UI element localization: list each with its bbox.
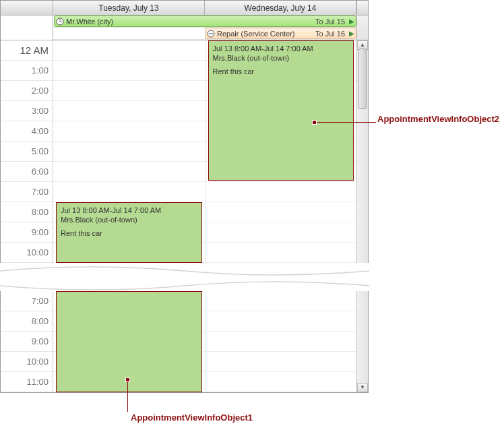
time-label: 3:00	[1, 101, 53, 121]
time-label: 11:00	[1, 372, 53, 392]
time-label: 10:00	[1, 243, 53, 263]
time-gutter-header	[1, 1, 53, 15]
timeslot-body-bottom: 7:00 8:00 9:00 10:00 11:00	[1, 291, 368, 392]
vertical-scrollbar[interactable]: ▲	[356, 40, 368, 263]
callout-dot-2	[312, 120, 317, 125]
clock-strike-icon	[207, 30, 215, 38]
timeslot-body-top: 12 AM 1:00 2:00 3:00 4:00 5:00 6:00 7:00…	[1, 40, 368, 263]
appointment-title: Mrs.Black (out-of-town)	[61, 215, 197, 224]
callout-line-1	[127, 382, 128, 412]
time-ruler: 7:00 8:00 9:00 10:00 11:00	[1, 291, 53, 392]
day-header-row: Tuesday, July 13 Wednesday, July 14	[1, 1, 368, 16]
appointment-time: Jul 13 8:00 AM-Jul 14 7:00 AM	[61, 206, 197, 215]
vertical-scrollbar[interactable]: ▼	[356, 291, 368, 392]
allday-gutter	[1, 16, 53, 40]
time-label: 12 AM	[1, 40, 53, 61]
allday-end-label: To Jul 15	[313, 16, 347, 27]
content-break	[0, 263, 369, 287]
time-label: 9:00	[1, 332, 53, 352]
appointment-body: Rent this car	[213, 67, 350, 76]
callout-line-2	[317, 122, 376, 123]
time-label: 10:00	[1, 352, 53, 372]
allday-area: Mr.White (city) To Jul 15 ▶ Repair (Serv…	[1, 16, 368, 40]
time-label: 8:00	[1, 311, 53, 332]
appointment-block-2[interactable]: Jul 13 8:00 AM-Jul 14 7:00 AM Mrs.Black …	[208, 40, 354, 181]
day-col-1[interactable]: Jul 13 8:00 AM-Jul 14 7:00 AM Mrs.Black …	[53, 40, 206, 263]
time-label: 2:00	[1, 81, 53, 101]
day-columns[interactable]	[53, 291, 356, 392]
time-label: 7:00	[1, 182, 53, 202]
day-col-2[interactable]	[206, 291, 357, 392]
callout-dot-1	[125, 377, 130, 382]
allday-label: Mr.White (city)	[66, 16, 113, 27]
time-label: 4:00	[1, 121, 53, 142]
time-ruler: 12 AM 1:00 2:00 3:00 4:00 5:00 6:00 7:00…	[1, 40, 53, 263]
arrow-right-icon: ▶	[349, 16, 354, 27]
day-columns[interactable]: Jul 13 8:00 AM-Jul 14 7:00 AM Mrs.Black …	[53, 40, 356, 263]
scheduler-bottom: 7:00 8:00 9:00 10:00 11:00	[0, 291, 369, 393]
clock-icon	[56, 18, 64, 26]
scroll-gutter-header	[356, 1, 368, 15]
allday-appointment-repair[interactable]: Repair (Service Center) To Jul 16 ▶	[205, 28, 356, 39]
time-label: 7:00	[1, 291, 53, 311]
appointment-title: Mrs.Black (out-of-town)	[213, 53, 350, 63]
time-label: 9:00	[1, 222, 53, 243]
time-label: 1:00	[1, 61, 53, 81]
allday-end-label: To Jul 16	[313, 28, 347, 39]
time-label: 8:00	[1, 202, 53, 222]
allday-grid[interactable]: Mr.White (city) To Jul 15 ▶ Repair (Serv…	[53, 16, 356, 40]
scroll-down-button[interactable]: ▼	[357, 383, 368, 392]
allday-scroll-gutter	[356, 16, 368, 40]
allday-cell	[53, 28, 206, 39]
scroll-thumb[interactable]	[358, 49, 367, 109]
appointment-time: Jul 13 8:00 AM-Jul 14 7:00 AM	[213, 44, 350, 53]
callout-label-1: AppointmentViewInfoObject1	[131, 412, 253, 423]
appointment-block-1[interactable]: Jul 13 8:00 AM-Jul 14 7:00 AM Mrs.Black …	[56, 202, 202, 263]
time-label: 6:00	[1, 162, 53, 182]
allday-appointment-mrwhite[interactable]: Mr.White (city) To Jul 15 ▶	[54, 16, 356, 27]
scheduler-top: Tuesday, July 13 Wednesday, July 14 Mr	[0, 0, 369, 264]
arrow-right-icon: ▶	[349, 28, 354, 39]
day-header-1[interactable]: Tuesday, July 13	[53, 1, 205, 15]
day-col-2[interactable]: Jul 13 8:00 AM-Jul 14 7:00 AM Mrs.Black …	[206, 40, 357, 263]
allday-label: Repair (Service Center)	[217, 28, 295, 39]
day-header-2[interactable]: Wednesday, July 14	[205, 1, 356, 15]
callout-label-2: AppointmentViewInfoObject2	[377, 114, 499, 124]
time-label: 5:00	[1, 142, 53, 162]
appointment-body: Rent this car	[61, 228, 197, 238]
